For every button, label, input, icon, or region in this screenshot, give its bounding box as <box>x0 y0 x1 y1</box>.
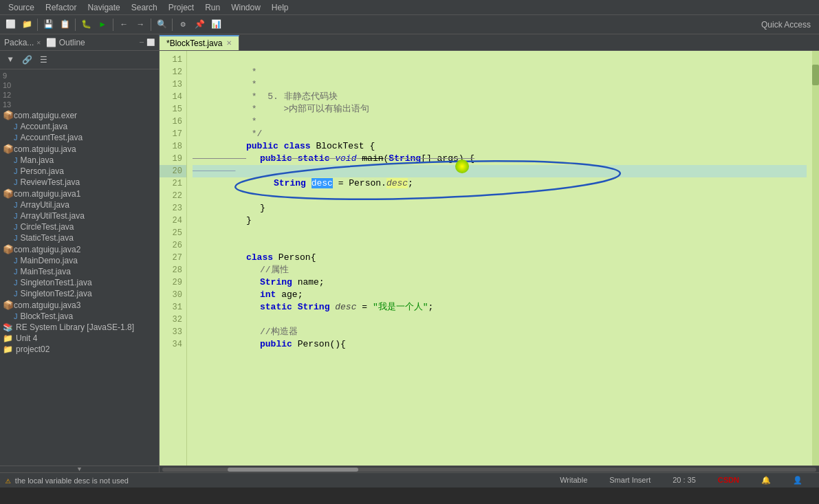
package-icon: 📦 <box>3 144 14 154</box>
sidebar-menu[interactable]: ☰ <box>36 52 51 67</box>
toolbar-search[interactable]: 🔍 <box>154 17 169 32</box>
sidebar-item-label: BlockTest.java <box>21 311 74 321</box>
code-line-12: * <box>193 66 807 78</box>
line-num-26: 26 <box>160 239 186 252</box>
toolbar-sep-3 <box>113 19 113 31</box>
toolbar-new[interactable]: ⬜ <box>3 17 18 32</box>
line-num-27: 27 <box>160 252 186 264</box>
sidebar-tab-outline[interactable]: ⬜ Outline <box>46 38 85 47</box>
sidebar-item-pkg-exer[interactable]: 📦 com.atguigu.exer <box>0 109 159 121</box>
sidebar-item-statictest[interactable]: J StaticTest.java <box>0 232 159 243</box>
code-content[interactable]: * * * 5. 非静态代码块 * >内部可以有输出语句 * <box>187 51 812 465</box>
sidebar-item-arrayutil[interactable]: J ArrayUtil.java <box>0 199 159 210</box>
line-num-25: 25 <box>160 227 186 239</box>
code-line-30: static String desc = "我是一个人"; <box>193 289 807 301</box>
sidebar-item-person[interactable]: J Person.java <box>0 166 159 177</box>
sidebar-item-account[interactable]: J Account.java <box>0 121 159 132</box>
menu-navigate[interactable]: Navigate <box>82 1 125 14</box>
line-num-14: 14 <box>160 91 186 103</box>
sidebar-item-maindemo[interactable]: J MainDemo.java <box>0 255 159 266</box>
sidebar-scrollbar[interactable]: ▼ <box>0 465 159 472</box>
sidebar: Packa... ✕ ⬜ Outline — ⬜ ▼ 🔗 ☰ 9 10 12 1… <box>0 34 160 472</box>
menu-run[interactable]: Run <box>199 1 226 14</box>
editor-scrollbar[interactable] <box>812 51 819 465</box>
code-line-21 <box>193 177 807 190</box>
menu-search[interactable]: Search <box>126 1 163 14</box>
sidebar-item-blocktest[interactable]: J BlockTest.java <box>0 311 159 322</box>
java-file-icon: J <box>14 289 18 298</box>
code-line-24 <box>193 215 807 227</box>
sidebar-item-label: ArrayUtil.java <box>21 200 69 210</box>
sidebar-collapse[interactable]: ▼ <box>3 52 18 67</box>
toolbar-save-all[interactable]: 📋 <box>57 17 72 32</box>
java-file-icon: J <box>14 267 18 276</box>
sidebar-item-pkg-java1[interactable]: 📦 com.atguigu.java1 <box>0 188 159 199</box>
menu-window[interactable]: Window <box>226 1 266 14</box>
code-line-15: * <box>193 103 807 116</box>
main-layout: Packa... ✕ ⬜ Outline — ⬜ ▼ 🔗 ☰ 9 10 12 1… <box>0 34 819 472</box>
line-numbers: 11 12 13 14 15 16 17 18 19 20 21 22 23 2… <box>160 51 187 465</box>
sidebar-item-label: com.atguigu.java <box>14 144 76 154</box>
line-num-19: 19 <box>160 153 186 165</box>
line-num-15: 15 <box>160 103 186 116</box>
code-editor: 11 12 13 14 15 16 17 18 19 20 21 22 23 2… <box>160 51 819 465</box>
code-line-26: class Person{ <box>193 239 807 252</box>
sidebar-link[interactable]: 🔗 <box>19 52 34 67</box>
sidebar-tab-package[interactable]: Packa... <box>4 38 34 47</box>
editor-tab-blocktest[interactable]: *BlockTest.java ✕ <box>160 35 239 50</box>
sidebar-item-label: AccountTest.java <box>21 133 83 142</box>
sidebar-tab-close[interactable]: ✕ <box>36 39 41 47</box>
line-num-24: 24 <box>160 215 186 227</box>
folder-icon: 📁 <box>3 344 13 354</box>
status-icon-2: 👤 <box>793 476 802 485</box>
status-icon-1: 🔔 <box>761 476 771 485</box>
scroll-track <box>162 468 816 472</box>
sidebar-item-label: Man.java <box>21 155 54 165</box>
toolbar-forward[interactable]: → <box>133 17 148 32</box>
sidebar-tree[interactable]: 9 10 12 13 📦 com.atguigu.exer J Account.… <box>0 69 159 465</box>
sidebar-item-pkg-java[interactable]: 📦 com.atguigu.java <box>0 143 159 155</box>
toolbar-btn-a[interactable]: ⚙ <box>175 17 190 32</box>
package-icon: 📦 <box>3 244 14 254</box>
toolbar-save[interactable]: 💾 <box>41 17 56 32</box>
scroll-thumb <box>812 65 819 85</box>
toolbar-btn-b[interactable]: 📌 <box>192 17 207 32</box>
menu-refactor[interactable]: Refactor <box>40 1 82 14</box>
jre-icon: 📚 <box>3 322 13 332</box>
line-num-16: 16 <box>160 116 186 128</box>
sidebar-item-project02[interactable]: 📁 project02 <box>0 344 159 355</box>
sidebar-item-pkg-java3[interactable]: 📦 com.atguigu.java3 <box>0 299 159 311</box>
tree-line-num: 9 <box>3 72 7 80</box>
scroll-down-arrow: ▼ <box>78 466 81 473</box>
toolbar-btn-c[interactable]: 📊 <box>208 17 223 32</box>
cursor-position: 20 : 35 <box>673 476 696 485</box>
toolbar-back[interactable]: ← <box>116 17 131 32</box>
tab-close-btn[interactable]: ✕ <box>226 39 232 47</box>
sidebar-item-label: Person.java <box>21 166 64 176</box>
sidebar-item-arrayutiltest[interactable]: J ArrayUtilTest.java <box>0 210 159 221</box>
menu-help[interactable]: Help <box>266 1 294 14</box>
sidebar-item-singleton1[interactable]: J SingletonTest1.java <box>0 277 159 288</box>
sidebar-minimize[interactable]: — <box>140 39 144 46</box>
toolbar-debug[interactable]: 🐛 <box>78 17 94 32</box>
sidebar-item-circletest[interactable]: J CircleTest.java <box>0 221 159 232</box>
menu-project[interactable]: Project <box>163 1 199 14</box>
sidebar-item-label: Account.java <box>21 122 68 131</box>
sidebar-item-unit4[interactable]: 📁 Unit 4 <box>0 333 159 344</box>
toolbar-run[interactable]: ▶ <box>95 17 110 32</box>
editor-tabs: *BlockTest.java ✕ <box>160 34 819 51</box>
status-bar: ⚠ the local variable desc is not used Wr… <box>0 472 819 487</box>
menu-source[interactable]: Source <box>3 1 40 14</box>
bottom-scrollbar[interactable] <box>160 465 819 472</box>
sidebar-item-jre[interactable]: 📚 RE System Library [JavaSE-1.8] <box>0 322 159 333</box>
toolbar-open[interactable]: 📁 <box>19 17 34 32</box>
sidebar-item-man[interactable]: J Man.java <box>0 155 159 166</box>
sidebar-item-reviewtest[interactable]: J ReviewTest.java <box>0 177 159 188</box>
code-line-32: //构造器 <box>193 314 807 326</box>
sidebar-maximize[interactable]: ⬜ <box>146 39 155 47</box>
sidebar-item-label: ReviewTest.java <box>21 177 80 187</box>
sidebar-item-singleton2[interactable]: J SingletonTest2.java <box>0 288 159 299</box>
sidebar-item-accounttest[interactable]: J AccountTest.java <box>0 132 159 143</box>
sidebar-item-maintest[interactable]: J MainTest.java <box>0 266 159 277</box>
sidebar-item-pkg-java2[interactable]: 📦 com.atguigu.java2 <box>0 243 159 255</box>
